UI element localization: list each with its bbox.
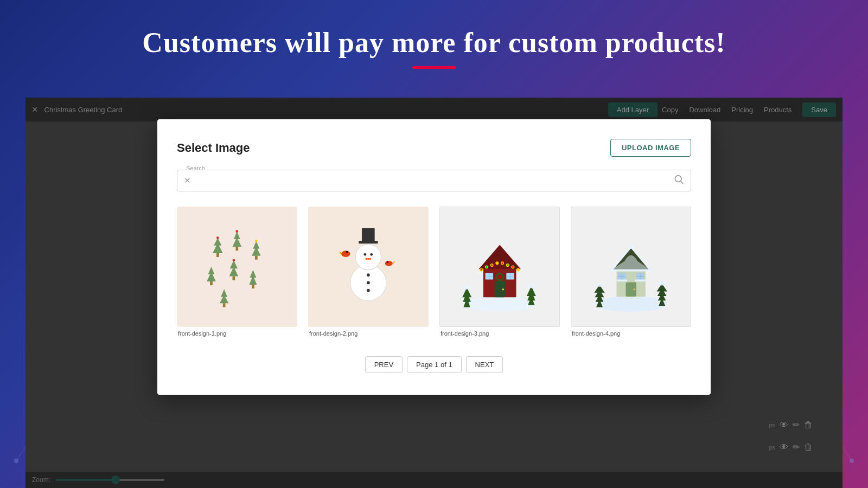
svg-point-52 bbox=[236, 230, 239, 233]
image-filename-2: front-design-2.png bbox=[308, 330, 429, 337]
modal-title: Select Image bbox=[177, 141, 250, 155]
svg-point-101 bbox=[499, 276, 501, 279]
svg-point-58 bbox=[371, 253, 373, 256]
svg-point-126 bbox=[656, 281, 667, 285]
svg-marker-49 bbox=[220, 295, 229, 303]
svg-rect-44 bbox=[233, 277, 235, 280]
image-filename-4: front-design-4.png bbox=[571, 330, 691, 337]
image-grid: front-design-1.png bbox=[177, 207, 691, 337]
image-card-2[interactable]: front-design-2.png bbox=[308, 207, 429, 337]
svg-rect-115 bbox=[616, 280, 627, 282]
search-icon[interactable] bbox=[673, 174, 684, 188]
svg-point-86 bbox=[490, 264, 493, 267]
svg-point-99 bbox=[527, 284, 536, 288]
svg-point-59 bbox=[366, 258, 368, 260]
hero-underline bbox=[412, 66, 456, 69]
svg-rect-116 bbox=[635, 280, 645, 282]
image-preview-1 bbox=[189, 219, 285, 315]
svg-point-21 bbox=[850, 459, 854, 463]
svg-point-91 bbox=[516, 268, 519, 271]
image-thumb-4[interactable] bbox=[571, 207, 691, 327]
svg-line-29 bbox=[681, 181, 684, 184]
svg-point-57 bbox=[364, 253, 367, 256]
svg-point-102 bbox=[595, 296, 667, 312]
svg-marker-75 bbox=[478, 245, 521, 269]
svg-point-72 bbox=[387, 261, 389, 264]
svg-point-28 bbox=[675, 176, 681, 182]
image-thumb-2[interactable] bbox=[308, 207, 429, 327]
svg-point-125 bbox=[594, 283, 604, 287]
svg-marker-71 bbox=[393, 261, 395, 265]
search-legend: Search bbox=[184, 165, 207, 171]
svg-point-98 bbox=[462, 286, 471, 290]
svg-point-61 bbox=[369, 258, 372, 260]
svg-point-70 bbox=[385, 261, 393, 266]
image-card-1[interactable]: front-design-1.png bbox=[177, 207, 297, 337]
image-preview-4 bbox=[586, 222, 676, 314]
svg-point-88 bbox=[501, 262, 503, 265]
svg-point-66 bbox=[367, 289, 370, 292]
svg-rect-47 bbox=[252, 285, 254, 288]
svg-marker-37 bbox=[252, 247, 261, 256]
svg-point-67 bbox=[341, 251, 350, 257]
svg-rect-38 bbox=[255, 256, 258, 260]
select-image-modal: Select Image UPLOAD IMAGE Search ✕ bbox=[157, 119, 711, 395]
search-input[interactable] bbox=[197, 176, 669, 185]
svg-point-77 bbox=[502, 288, 504, 291]
upload-image-button[interactable]: UPLOAD IMAGE bbox=[610, 139, 691, 157]
image-preview-3 bbox=[455, 222, 545, 314]
modal-header: Select Image UPLOAD IMAGE bbox=[177, 139, 691, 157]
next-button[interactable]: NEXT bbox=[466, 356, 503, 373]
prev-button[interactable]: PREV bbox=[365, 356, 403, 373]
svg-point-87 bbox=[496, 262, 499, 265]
image-card-4[interactable]: front-design-4.png bbox=[571, 207, 691, 337]
image-filename-3: front-design-3.png bbox=[439, 330, 560, 337]
svg-marker-40 bbox=[207, 272, 216, 281]
svg-point-53 bbox=[255, 240, 258, 242]
pagination: PREV Page 1 of 1 NEXT bbox=[177, 356, 691, 373]
svg-rect-35 bbox=[236, 247, 239, 251]
svg-point-51 bbox=[216, 236, 219, 239]
svg-point-73 bbox=[463, 296, 535, 312]
svg-point-65 bbox=[367, 281, 370, 285]
svg-marker-68 bbox=[339, 252, 342, 255]
image-card-3[interactable]: front-design-3.png bbox=[439, 207, 560, 337]
svg-rect-32 bbox=[216, 253, 219, 257]
svg-rect-50 bbox=[223, 303, 226, 307]
modal-overlay: Select Image UPLOAD IMAGE Search ✕ bbox=[25, 98, 843, 488]
svg-point-85 bbox=[485, 266, 488, 268]
svg-marker-34 bbox=[233, 237, 242, 247]
image-thumb-3[interactable] bbox=[439, 207, 560, 327]
image-thumb-1[interactable] bbox=[177, 207, 297, 327]
svg-point-54 bbox=[233, 259, 235, 262]
svg-point-56 bbox=[355, 245, 381, 270]
svg-rect-63 bbox=[362, 228, 375, 242]
search-field: Search ✕ bbox=[177, 170, 691, 191]
svg-marker-31 bbox=[213, 243, 223, 253]
svg-point-108 bbox=[633, 288, 635, 291]
image-filename-1: front-design-1.png bbox=[177, 330, 297, 337]
svg-point-106 bbox=[628, 245, 634, 249]
search-clear-icon[interactable]: ✕ bbox=[184, 176, 191, 185]
svg-point-60 bbox=[367, 258, 369, 260]
image-preview-2 bbox=[320, 219, 417, 315]
svg-point-89 bbox=[506, 264, 509, 267]
hero-section: Customers will pay more for custom produ… bbox=[0, 0, 868, 95]
svg-point-90 bbox=[512, 266, 514, 268]
svg-rect-41 bbox=[210, 281, 213, 285]
page-info: Page 1 of 1 bbox=[407, 356, 462, 373]
svg-point-69 bbox=[346, 251, 348, 253]
svg-point-84 bbox=[480, 268, 483, 271]
svg-point-64 bbox=[367, 273, 370, 277]
svg-point-7 bbox=[14, 459, 18, 463]
hero-title: Customers will pay more for custom produ… bbox=[142, 27, 725, 59]
